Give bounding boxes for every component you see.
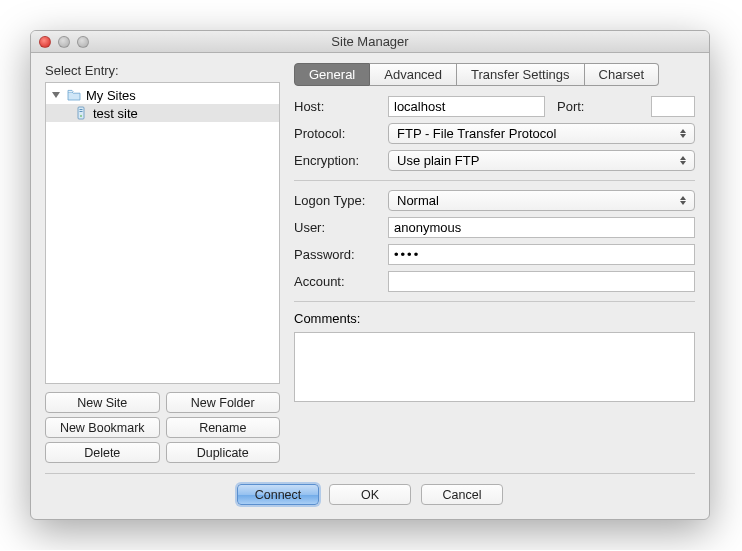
user-input[interactable] xyxy=(388,217,695,238)
svg-rect-1 xyxy=(80,109,83,110)
tree-root-my-sites[interactable]: My Sites xyxy=(46,86,279,104)
encryption-value: Use plain FTP xyxy=(397,153,479,168)
updown-icon xyxy=(676,196,690,205)
server-icon xyxy=(74,106,88,120)
comments-textarea[interactable] xyxy=(294,332,695,402)
protocol-select[interactable]: FTP - File Transfer Protocol xyxy=(388,123,695,144)
tab-transfer-settings[interactable]: Transfer Settings xyxy=(457,63,585,86)
cancel-button[interactable]: Cancel xyxy=(421,484,503,505)
window-title: Site Manager xyxy=(31,34,709,49)
host-label: Host: xyxy=(294,99,382,114)
comments-label: Comments: xyxy=(294,311,695,326)
updown-icon xyxy=(676,156,690,165)
svg-point-3 xyxy=(80,115,82,117)
separator xyxy=(294,180,695,181)
updown-icon xyxy=(676,129,690,138)
delete-button[interactable]: Delete xyxy=(45,442,160,463)
encryption-label: Encryption: xyxy=(294,153,382,168)
password-input[interactable] xyxy=(388,244,695,265)
host-input[interactable] xyxy=(388,96,545,117)
user-label: User: xyxy=(294,220,382,235)
tab-charset[interactable]: Charset xyxy=(585,63,660,86)
svg-rect-0 xyxy=(78,107,84,119)
disclosure-triangle-icon[interactable] xyxy=(52,92,60,98)
svg-rect-2 xyxy=(80,111,83,112)
ok-button[interactable]: OK xyxy=(329,484,411,505)
general-form: Host: Port: Protocol: FTP - File Transfe… xyxy=(294,96,695,402)
new-bookmark-button[interactable]: New Bookmark xyxy=(45,417,160,438)
protocol-value: FTP - File Transfer Protocol xyxy=(397,126,556,141)
left-panel: Select Entry: My Sites test site N xyxy=(45,63,280,463)
tree-item-label: test site xyxy=(93,106,138,121)
logon-type-label: Logon Type: xyxy=(294,193,382,208)
entry-buttons: New Site New Folder New Bookmark Rename … xyxy=(45,392,280,463)
titlebar: Site Manager xyxy=(31,31,709,53)
footer-buttons: Connect OK Cancel xyxy=(31,474,709,519)
new-folder-button[interactable]: New Folder xyxy=(166,392,281,413)
site-tree[interactable]: My Sites test site xyxy=(45,82,280,384)
logon-type-value: Normal xyxy=(397,193,439,208)
select-entry-label: Select Entry: xyxy=(45,63,280,78)
account-input[interactable] xyxy=(388,271,695,292)
separator xyxy=(294,301,695,302)
duplicate-button[interactable]: Duplicate xyxy=(166,442,281,463)
tree-root-label: My Sites xyxy=(86,88,136,103)
encryption-select[interactable]: Use plain FTP xyxy=(388,150,695,171)
tree-item-test-site[interactable]: test site xyxy=(46,104,279,122)
right-panel: General Advanced Transfer Settings Chars… xyxy=(294,63,695,463)
tab-general[interactable]: General xyxy=(294,63,370,86)
rename-button[interactable]: Rename xyxy=(166,417,281,438)
password-label: Password: xyxy=(294,247,382,262)
site-manager-window: Site Manager Select Entry: My Sites test… xyxy=(30,30,710,520)
account-label: Account: xyxy=(294,274,382,289)
new-site-button[interactable]: New Site xyxy=(45,392,160,413)
port-input[interactable] xyxy=(651,96,695,117)
tab-advanced[interactable]: Advanced xyxy=(370,63,457,86)
connect-button[interactable]: Connect xyxy=(237,484,319,505)
folder-icon xyxy=(67,89,81,101)
port-label: Port: xyxy=(557,99,645,114)
logon-type-select[interactable]: Normal xyxy=(388,190,695,211)
protocol-label: Protocol: xyxy=(294,126,382,141)
tab-bar: General Advanced Transfer Settings Chars… xyxy=(294,63,695,86)
